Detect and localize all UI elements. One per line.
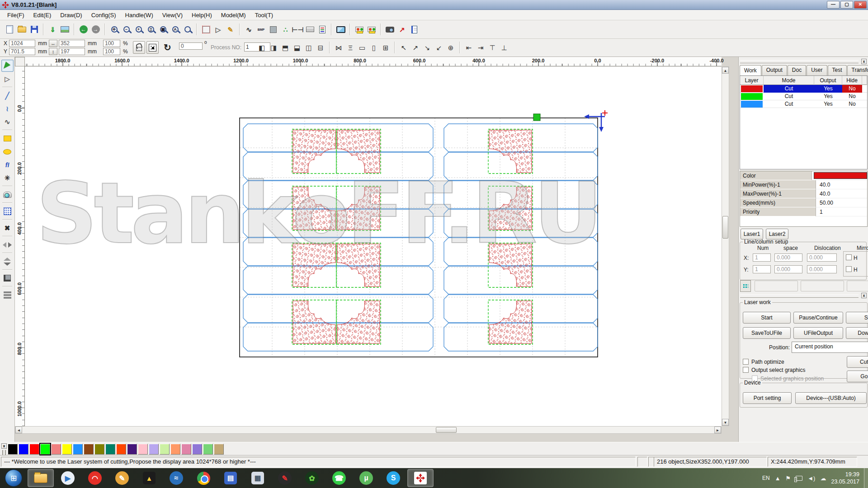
- align-bottom-button[interactable]: ⬓: [291, 42, 303, 53]
- position-select[interactable]: Current position: [792, 342, 868, 353]
- menu-item-model[interactable]: Model(M): [217, 11, 250, 19]
- zoom-in-button[interactable]: +: [132, 23, 145, 36]
- palette-color[interactable]: [192, 444, 202, 455]
- anchor-point-button[interactable]: [146, 41, 159, 54]
- taskbar-calculator[interactable]: ▦: [245, 469, 271, 487]
- y-space-input[interactable]: [774, 265, 802, 273]
- width-input[interactable]: [59, 40, 85, 47]
- dock-bottom-button[interactable]: ⊥: [498, 42, 510, 53]
- align-top-button[interactable]: ⬒: [279, 42, 291, 53]
- align-center-v-button[interactable]: ⊟: [315, 42, 326, 53]
- lock-ratio-button[interactable]: [133, 41, 145, 54]
- param-row[interactable]: Color: [740, 171, 867, 180]
- zoom-select-button[interactable]: [181, 23, 193, 36]
- node-edit-tool-button[interactable]: ▷: [1, 73, 14, 85]
- save-to-ufile-button[interactable]: SaveToUFile: [743, 327, 791, 339]
- polyline-tool-button[interactable]: ≀: [1, 103, 14, 115]
- layer-row[interactable]: CutYesNo: [740, 93, 867, 100]
- palette-color[interactable]: [105, 444, 115, 455]
- laser-position-button[interactable]: ↗: [396, 23, 408, 36]
- taskbar-chrome[interactable]: [190, 469, 217, 487]
- taskbar-utorrent[interactable]: µ: [353, 469, 379, 487]
- tab-test[interactable]: Test: [828, 65, 847, 75]
- dock-left-button[interactable]: ⇤: [463, 42, 475, 53]
- scroll-up-icon[interactable]: ▲: [722, 67, 729, 74]
- x-dislocation-input[interactable]: [807, 253, 837, 262]
- offset-tool-button[interactable]: [1, 272, 14, 284]
- vertical-scrollbar[interactable]: ▲ ▼: [722, 66, 729, 426]
- pan-view-button[interactable]: ✛: [108, 23, 120, 36]
- device-output-button[interactable]: [384, 23, 396, 36]
- drawing-surface[interactable]: [25, 66, 722, 426]
- palette-color[interactable]: [160, 444, 170, 455]
- y-input[interactable]: [9, 48, 35, 55]
- x-input[interactable]: [9, 40, 35, 47]
- rotate-input[interactable]: [179, 42, 203, 50]
- menu-item-draw[interactable]: Draw(D): [56, 11, 86, 19]
- network-icon[interactable]: [796, 476, 802, 481]
- import-file-button[interactable]: ⇓: [47, 23, 59, 36]
- cut-scale-button[interactable]: Cut scale: [847, 356, 868, 368]
- output-doc-button[interactable]: [408, 23, 420, 36]
- height-input[interactable]: [59, 48, 85, 55]
- same-size-button[interactable]: ⊞: [380, 42, 392, 53]
- palette-color[interactable]: [149, 444, 159, 455]
- undo-button[interactable]: ←: [77, 23, 90, 36]
- dock-stub-3[interactable]: [847, 281, 868, 291]
- space-equal-v-button[interactable]: Ξ: [344, 42, 356, 53]
- copy-array-tool-button[interactable]: [1, 289, 14, 301]
- same-width-button[interactable]: ▭: [356, 42, 368, 53]
- palette-color[interactable]: [127, 444, 137, 455]
- rect-tool-button[interactable]: [1, 132, 14, 145]
- laser2-button[interactable]: Laser2: [766, 229, 788, 239]
- panel-gripper-2[interactable]: [740, 295, 859, 298]
- scroll-left-icon[interactable]: ◄: [15, 427, 22, 433]
- x-num-input[interactable]: [753, 253, 771, 262]
- print-button[interactable]: [304, 23, 316, 36]
- scale-x-input[interactable]: [103, 40, 120, 47]
- stop-button[interactable]: Stop: [846, 312, 868, 324]
- palette-color[interactable]: [51, 444, 61, 455]
- mirror-v-tool-button[interactable]: [1, 255, 14, 267]
- horizontal-scrollbar[interactable]: ◄ ►: [15, 426, 722, 434]
- panel-close-icon-2[interactable]: x: [861, 293, 867, 298]
- save-file-button[interactable]: [28, 23, 40, 36]
- taskbar-rdworks-app[interactable]: [407, 469, 434, 487]
- palette-color[interactable]: [181, 444, 191, 455]
- draw-pen-button[interactable]: ✎: [224, 23, 236, 36]
- move-center-button[interactable]: ⊕: [445, 42, 457, 53]
- palette-color[interactable]: [29, 444, 39, 455]
- scale-y-input[interactable]: [103, 48, 120, 55]
- y-num-input[interactable]: [753, 265, 771, 273]
- device-select-button[interactable]: Device---(USB:Auto): [795, 392, 867, 404]
- scroll-down-icon[interactable]: ▼: [722, 419, 729, 426]
- menu-item-help[interactable]: Help(H): [187, 11, 217, 19]
- dock-mini-button[interactable]: [740, 280, 751, 292]
- y-mirror-checkbox[interactable]: [846, 266, 852, 272]
- taskbar-pen-app[interactable]: ✎: [272, 469, 298, 487]
- edit-node-button[interactable]: ▷: [212, 23, 224, 36]
- mirror-h-tool-button[interactable]: [1, 239, 14, 251]
- camera-tool-button[interactable]: [1, 188, 14, 201]
- tab-doc[interactable]: Doc: [788, 65, 806, 75]
- taskbar-media-player[interactable]: ▶: [55, 469, 81, 487]
- palette-color[interactable]: [203, 444, 213, 455]
- menu-item-tool[interactable]: Tool(T): [250, 11, 278, 19]
- menu-item-view[interactable]: View(V): [158, 11, 187, 19]
- taskbar-paint-app[interactable]: ✎: [109, 469, 135, 487]
- pause-continue-button[interactable]: Pause/Continue: [793, 312, 843, 324]
- layer-row[interactable]: CutYesNo: [740, 85, 867, 93]
- dock-top-button[interactable]: ⊤: [486, 42, 498, 53]
- language-indicator[interactable]: EN: [762, 475, 770, 481]
- same-height-button[interactable]: ▯: [368, 42, 380, 53]
- simulate-output-button[interactable]: [365, 23, 377, 36]
- palette-color[interactable]: [8, 444, 18, 455]
- vertical-scroll-thumb[interactable]: [722, 216, 728, 239]
- palette-color[interactable]: [94, 444, 104, 455]
- horizontal-scroll-thumb[interactable]: [436, 427, 457, 433]
- taskbar-skype[interactable]: S: [380, 469, 406, 487]
- menu-item-edit[interactable]: Edit(E): [29, 11, 56, 19]
- fill-tool-button[interactable]: [267, 23, 279, 36]
- frame-select-button[interactable]: [200, 23, 212, 36]
- scroll-right-icon[interactable]: ►: [714, 427, 721, 433]
